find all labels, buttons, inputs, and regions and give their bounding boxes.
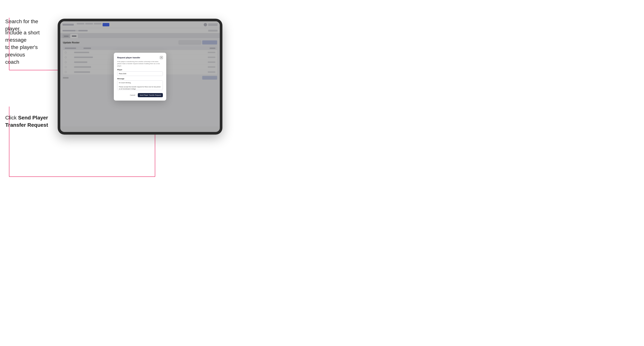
send-player-transfer-request-button[interactable]: Send Player Transfer Request bbox=[138, 93, 163, 97]
modal-dialog: Request player transfer ✕ If the player … bbox=[114, 53, 166, 101]
modal-footer: Cancel Send Player Transfer Request bbox=[117, 93, 163, 97]
modal-description: If the player is transferring from anoth… bbox=[117, 61, 163, 67]
annotation-message-text: Include a short messageto the player's p… bbox=[5, 29, 54, 66]
message-textarea[interactable]: Hi Coach McHarg, Please accept this tran… bbox=[117, 80, 163, 90]
player-search-input[interactable] bbox=[117, 71, 163, 76]
cancel-button[interactable]: Cancel bbox=[129, 93, 136, 97]
modal-overlay: Request player transfer ✕ If the player … bbox=[60, 21, 220, 132]
device-screen: Update Roster bbox=[60, 21, 220, 132]
message-field-label: Message bbox=[117, 78, 163, 80]
player-field-label: Player bbox=[117, 69, 163, 71]
modal-close-button[interactable]: ✕ bbox=[160, 56, 163, 59]
device-frame: Update Roster bbox=[58, 19, 222, 135]
annotation-click-text: Click Send Player Transfer Request bbox=[5, 114, 54, 129]
modal-header: Request player transfer ✕ bbox=[117, 56, 163, 59]
modal-title: Request player transfer bbox=[117, 56, 140, 59]
